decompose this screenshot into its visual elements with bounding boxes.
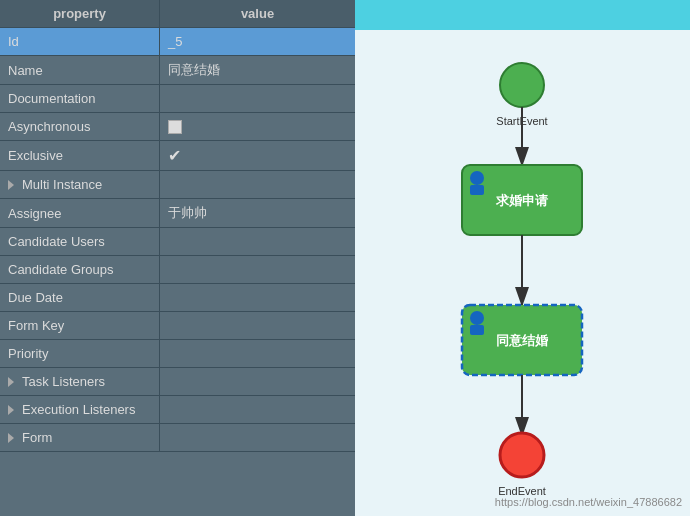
prop-documentation: Documentation	[0, 85, 160, 112]
table-row[interactable]: Candidate Groups	[0, 256, 355, 284]
prop-name: Name	[0, 56, 160, 84]
prop-task-listeners: Task Listeners	[0, 368, 160, 395]
table-row[interactable]: Priority	[0, 340, 355, 368]
expand-arrow-icon	[8, 433, 14, 443]
table-row[interactable]: Candidate Users	[0, 228, 355, 256]
table-header: property value	[0, 0, 355, 28]
prop-assignee: Assignee	[0, 199, 160, 227]
table-row[interactable]: Multi Instance	[0, 171, 355, 199]
val-assignee: 于帅帅	[160, 199, 355, 227]
val-asynchronous	[160, 113, 355, 140]
table-row[interactable]: Documentation	[0, 85, 355, 113]
expand-arrow-icon	[8, 180, 14, 190]
table-row[interactable]: Due Date	[0, 284, 355, 312]
val-priority	[160, 340, 355, 367]
diagram-panel: StartEvent 求婚申请 同意结婚 EndEvent	[355, 0, 690, 516]
svg-text:求婚申请: 求婚申请	[495, 193, 549, 208]
diagram-topbar	[355, 0, 690, 30]
table-row[interactable]: Task Listeners	[0, 368, 355, 396]
val-due-date	[160, 284, 355, 311]
checkbox-checked[interactable]: ✔	[168, 146, 181, 165]
val-form-key	[160, 312, 355, 339]
svg-point-4	[470, 171, 484, 185]
table-row[interactable]: Asynchronous	[0, 113, 355, 141]
prop-candidate-users: Candidate Users	[0, 228, 160, 255]
svg-point-9	[470, 311, 484, 325]
svg-rect-10	[470, 325, 484, 335]
prop-form: Form	[0, 424, 160, 451]
diagram-canvas[interactable]: StartEvent 求婚申请 同意结婚 EndEvent	[355, 30, 690, 516]
prop-asynchronous: Asynchronous	[0, 113, 160, 140]
val-execution-listeners	[160, 396, 355, 423]
table-row[interactable]: Form	[0, 424, 355, 452]
prop-candidate-groups: Candidate Groups	[0, 256, 160, 283]
prop-id: Id	[0, 28, 160, 55]
checkbox-unchecked[interactable]	[168, 120, 182, 134]
prop-form-key: Form Key	[0, 312, 160, 339]
val-exclusive: ✔	[160, 141, 355, 170]
expand-arrow-icon	[8, 405, 14, 415]
workflow-diagram: StartEvent 求婚申请 同意结婚 EndEvent	[355, 30, 690, 516]
val-name: 同意结婚	[160, 56, 355, 84]
val-multi-instance	[160, 171, 355, 198]
watermark-text: https://blog.csdn.net/weixin_47886682	[495, 496, 682, 508]
property-column-header: property	[0, 0, 160, 27]
table-row[interactable]: Assignee 于帅帅	[0, 199, 355, 228]
value-column-header: value	[160, 0, 355, 27]
prop-multi-instance: Multi Instance	[0, 171, 160, 198]
table-row[interactable]: Exclusive ✔	[0, 141, 355, 171]
expand-arrow-icon	[8, 377, 14, 387]
val-task-listeners	[160, 368, 355, 395]
prop-execution-listeners: Execution Listeners	[0, 396, 160, 423]
svg-point-13	[500, 433, 544, 477]
prop-due-date: Due Date	[0, 284, 160, 311]
table-row[interactable]: Form Key	[0, 312, 355, 340]
svg-point-0	[500, 63, 544, 107]
val-form	[160, 424, 355, 451]
svg-rect-5	[470, 185, 484, 195]
prop-exclusive: Exclusive	[0, 141, 160, 170]
table-row[interactable]: Id _5	[0, 28, 355, 56]
properties-panel: property value Id _5 Name 同意结婚 Documenta…	[0, 0, 355, 516]
svg-text:同意结婚: 同意结婚	[496, 333, 549, 348]
table-row[interactable]: Name 同意结婚	[0, 56, 355, 85]
val-documentation	[160, 85, 355, 112]
val-id: _5	[160, 28, 355, 55]
val-candidate-groups	[160, 256, 355, 283]
val-candidate-users	[160, 228, 355, 255]
prop-priority: Priority	[0, 340, 160, 367]
table-row[interactable]: Execution Listeners	[0, 396, 355, 424]
